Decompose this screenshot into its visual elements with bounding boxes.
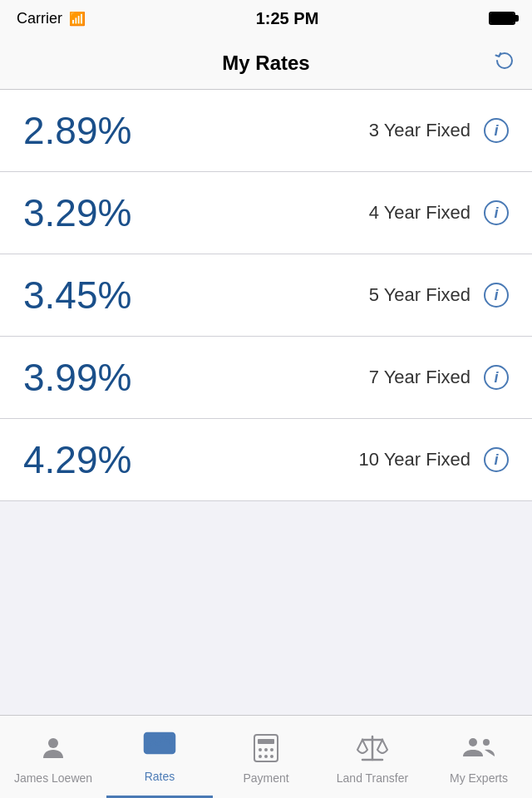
info-button-3[interactable]: i: [484, 365, 509, 390]
tab-label-rates: Rates: [145, 770, 175, 783]
tab-label-my-experts: My Experts: [450, 771, 508, 785]
tab-label-payment: Payment: [243, 771, 288, 785]
info-button-0[interactable]: i: [484, 118, 509, 143]
rate-row-4: 4.29% 10 Year Fixed i: [0, 419, 532, 501]
page-title: My Rates: [222, 52, 309, 75]
rate-value-0: 2.89%: [23, 108, 131, 153]
svg-point-8: [264, 755, 268, 758]
rate-right-2: 5 Year Fixed i: [369, 283, 509, 308]
rate-label-3: 7 Year Fixed: [369, 367, 470, 388]
rate-right-0: 3 Year Fixed i: [369, 118, 509, 143]
status-right: [489, 12, 515, 25]
rates-chart-icon: [141, 728, 178, 765]
carrier-label: Carrier: [17, 10, 62, 27]
info-button-4[interactable]: i: [484, 447, 509, 472]
rate-row-1: 3.29% 4 Year Fixed i: [0, 172, 532, 254]
tab-land-transfer[interactable]: Land Transfer: [319, 716, 426, 798]
rate-label-1: 4 Year Fixed: [369, 202, 470, 224]
tab-label-james-loewen: James Loewen: [14, 771, 92, 785]
rate-label-2: 5 Year Fixed: [369, 284, 470, 306]
rate-label-0: 3 Year Fixed: [369, 120, 470, 141]
wifi-icon: 📶: [69, 11, 86, 27]
rate-value-4: 4.29%: [23, 437, 131, 482]
nav-bar: My Rates: [0, 37, 532, 90]
info-button-1[interactable]: i: [484, 200, 509, 225]
status-left: Carrier 📶: [17, 10, 86, 27]
battery-icon: [489, 12, 515, 25]
svg-point-6: [270, 748, 273, 751]
rate-label-4: 10 Year Fixed: [358, 449, 470, 470]
group-icon: [461, 730, 497, 766]
tab-rates[interactable]: Rates: [106, 716, 213, 798]
rates-list: 2.89% 3 Year Fixed i 3.29% 4 Year Fixed …: [0, 90, 532, 501]
person-icon: [35, 730, 71, 766]
svg-point-9: [270, 755, 273, 758]
status-bar: Carrier 📶 1:25 PM: [0, 0, 532, 37]
tab-bar: James Loewen Rates: [0, 715, 532, 798]
svg-point-14: [483, 739, 490, 746]
tab-label-land-transfer: Land Transfer: [337, 771, 408, 785]
rate-row-0: 2.89% 3 Year Fixed i: [0, 90, 532, 172]
info-button-2[interactable]: i: [484, 283, 509, 308]
rate-value-1: 3.29%: [23, 190, 131, 235]
calculator-icon: [248, 730, 284, 766]
rate-right-4: 10 Year Fixed i: [358, 447, 509, 472]
status-time: 1:25 PM: [256, 9, 319, 28]
rate-right-1: 4 Year Fixed i: [369, 200, 509, 225]
svg-point-4: [259, 748, 262, 751]
tab-my-experts[interactable]: My Experts: [426, 716, 532, 798]
svg-point-5: [264, 748, 268, 751]
rate-row-2: 3.45% 5 Year Fixed i: [0, 254, 532, 337]
rate-value-3: 3.99%: [23, 355, 131, 400]
refresh-button[interactable]: [494, 50, 515, 76]
rate-right-3: 7 Year Fixed i: [369, 365, 509, 390]
svg-point-7: [259, 755, 262, 758]
svg-point-0: [48, 738, 58, 748]
scales-icon: [354, 730, 391, 766]
tab-james-loewen[interactable]: James Loewen: [0, 716, 106, 798]
svg-rect-3: [258, 739, 274, 744]
rate-row-3: 3.99% 7 Year Fixed i: [0, 337, 532, 419]
tab-payment[interactable]: Payment: [213, 716, 319, 798]
rate-value-2: 3.45%: [23, 273, 131, 318]
svg-point-13: [469, 738, 477, 746]
